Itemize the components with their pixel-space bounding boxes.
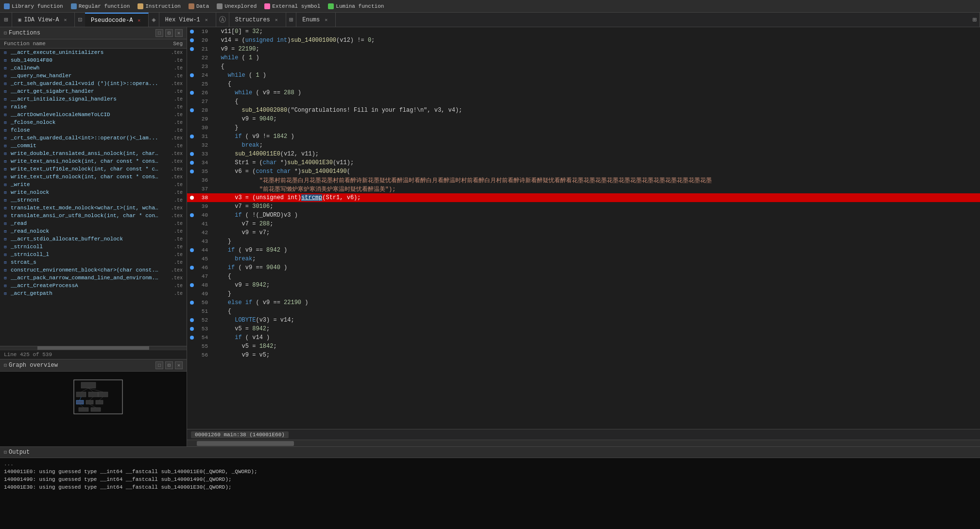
graph-detach-btn[interactable]: ⊡ (165, 361, 173, 369)
code-line[interactable]: 30 } (187, 123, 980, 132)
code-line[interactable]: 56 v9 = v5; (187, 351, 980, 359)
code-hscroll[interactable] (187, 440, 980, 446)
code-line[interactable]: 24 while ( 1 ) (187, 71, 980, 80)
code-text: } (214, 124, 238, 131)
function-item[interactable]: ⊡translate_ansi_or_utf8_nolock(int, char… (0, 212, 187, 220)
left-panel: ⊡ Functions □ ⊡ ✕ Function name Seg ⊡__a… (0, 27, 187, 446)
tab-ida-view[interactable]: ▣ IDA View-A ✕ (12, 13, 75, 27)
code-line[interactable]: 35 v6 = (const char *)sub_140001490( (187, 167, 980, 176)
functions-scrollbar[interactable] (0, 346, 187, 350)
function-item[interactable]: ⊡_crt_seh_guarded_call<int>::operator()<… (0, 134, 187, 142)
functions-close-btn[interactable]: ✕ (175, 29, 183, 37)
code-line[interactable]: 34 Str1 = (char *)sub_140001E30(v11); (187, 158, 980, 167)
code-line[interactable]: 44 if ( v9 == 8942 ) (187, 246, 980, 255)
svg-rect-3 (76, 392, 86, 397)
tab-enums[interactable]: Enums ✕ (296, 13, 336, 27)
function-item[interactable]: ⊡__acrt_execute_uninitializers.tex (0, 49, 187, 56)
function-item[interactable]: ⊡__commit.te (0, 142, 187, 150)
code-line[interactable]: 45 break; (187, 255, 980, 263)
code-line[interactable]: 36 "花墨村前花墨白月花墨花墨村前看醉诗新花墨疑忧看醉温时看醉白月看醉温时村前… (187, 176, 980, 185)
tab-enums-close[interactable]: ✕ (323, 17, 329, 23)
function-item[interactable]: ⊡__acrt_pack_narrow_command_line_and_env… (0, 274, 187, 282)
code-line[interactable]: 47 { (187, 272, 980, 281)
function-item[interactable]: ⊡raise.te (0, 103, 187, 111)
code-line[interactable]: 48 v9 = 8942; (187, 281, 980, 290)
code-line[interactable]: 23 { (187, 62, 980, 71)
function-icon: ⊡ (2, 205, 9, 211)
tab-structures-close[interactable]: ✕ (273, 17, 280, 23)
code-line[interactable]: 28 sub_140002080("Congratulations! Fill … (187, 106, 980, 115)
code-line[interactable]: 38 v3 = (unsigned int)strcmp(Str1, v6); (187, 193, 980, 202)
code-line[interactable]: 27 { (187, 97, 980, 106)
function-seg: .te (160, 120, 185, 125)
function-item[interactable]: ⊡_read.te (0, 220, 187, 227)
graph-maximize-btn[interactable]: □ (155, 361, 163, 369)
function-item[interactable]: ⊡translate_text_mode_nolock<wchar_t>(int… (0, 204, 187, 212)
code-line[interactable]: 53 v5 = 8942; (187, 324, 980, 333)
function-item[interactable]: ⊡__strncnt.te (0, 196, 187, 204)
function-item[interactable]: ⊡__acrtDownlevelLocaleNameToLCID.te (0, 111, 187, 119)
tab-hex-close[interactable]: ✕ (203, 17, 210, 23)
function-item[interactable]: ⊡write_double_translated_ansi_nolock(int… (0, 150, 187, 157)
function-item[interactable]: ⊡_fclose_nolock.te (0, 119, 187, 126)
function-item[interactable]: ⊡_read_nolock.te (0, 227, 187, 235)
code-line[interactable]: 51 { (187, 307, 980, 316)
code-line[interactable]: 21 v9 = 22190; (187, 45, 980, 53)
code-line[interactable]: 50 else if ( v9 == 22190 ) (187, 298, 980, 307)
code-line[interactable]: 20 v14 = (unsigned int)sub_140001000(v12… (187, 36, 980, 45)
code-line[interactable]: 46 if ( v9 == 9040 ) (187, 263, 980, 272)
function-item[interactable]: ⊡_callnewh.te (0, 64, 187, 72)
code-line[interactable]: 54 if ( v14 ) (187, 333, 980, 342)
function-item[interactable]: ⊡fclose.te (0, 126, 187, 134)
code-line[interactable]: 37 "前花墨写懒炉寒炉寒消美炉寒温时疑忧看醉温美"); (187, 185, 980, 193)
tab-structures[interactable]: Structures ✕ (229, 13, 286, 27)
code-scroll[interactable]: 19 v11[0] = 32;20 v14 = (unsigned int)su… (187, 27, 980, 429)
code-text: if ( v9 == 9040 ) (214, 264, 287, 271)
function-name: _fclose_nolock (11, 119, 160, 125)
function-item[interactable]: ⊡write_text_utf16le_nolock(int, char con… (0, 165, 187, 173)
nav-icon[interactable]: ⊞ (0, 13, 12, 27)
tab-pseudocode-close[interactable]: ✕ (136, 17, 142, 24)
code-line[interactable]: 55 v5 = 1842; (187, 342, 980, 351)
code-line[interactable]: 26 while ( v9 == 288 ) (187, 88, 980, 97)
code-line[interactable]: 29 v9 = 9040; (187, 115, 980, 123)
function-item[interactable]: ⊡__query_new_handler.te (0, 72, 187, 80)
function-item[interactable]: ⊡__acrt_stdio_allocate_buffer_nolock.te (0, 235, 187, 243)
code-line[interactable]: 32 break; (187, 141, 980, 150)
graph-close-btn[interactable]: ✕ (175, 361, 183, 369)
function-item[interactable]: ⊡_crt_seh_guarded_call<void (*)(int)>::o… (0, 80, 187, 87)
functions-detach-btn[interactable]: ⊡ (165, 29, 173, 37)
function-item[interactable]: ⊡__acrt_get_sigabrt_handler.te (0, 87, 187, 95)
code-line[interactable]: 22 while ( 1 ) (187, 53, 980, 62)
code-line[interactable]: 40 if ( !(_DWORD)v3 ) (187, 211, 980, 220)
function-item[interactable]: ⊡write_nolock.te (0, 188, 187, 196)
code-line[interactable]: 33 sub_1400011E0(v12, v11); (187, 150, 980, 158)
code-line[interactable]: 19 v11[0] = 32; (187, 27, 980, 36)
code-line[interactable]: 39 v7 = 30106; (187, 202, 980, 211)
function-item[interactable]: ⊡_acrt_getpath.te (0, 290, 187, 297)
function-item[interactable]: ⊡construct_environment_block<char>(char … (0, 266, 187, 274)
tab-ida-close[interactable]: ✕ (62, 17, 69, 23)
code-line[interactable]: 49 } (187, 290, 980, 298)
code-line[interactable]: 41 v7 = 288; (187, 220, 980, 228)
function-item[interactable]: ⊡_strnicoll.te (0, 243, 187, 251)
tab-hex-view[interactable]: Hex View-1 ✕ (159, 13, 216, 27)
function-item[interactable]: ⊡write_text_utf8_nolock(int, char const … (0, 173, 187, 181)
function-item[interactable]: ⊡_strnicoll_l.te (0, 251, 187, 258)
function-item[interactable]: ⊡__acrt_initialize_signal_handlers.te (0, 95, 187, 103)
code-line[interactable]: 42 v9 = v7; (187, 228, 980, 237)
code-line[interactable]: 31 if ( v9 != 1842 ) (187, 132, 980, 141)
line-number: 25 (197, 81, 214, 87)
line-number: 46 (197, 265, 214, 271)
function-item[interactable]: ⊡_write.te (0, 181, 187, 188)
functions-list[interactable]: ⊡__acrt_execute_uninitializers.tex⊡sub_1… (0, 49, 187, 346)
function-item[interactable]: ⊡strcat_s.te (0, 258, 187, 266)
code-line[interactable]: 43 } (187, 237, 980, 246)
functions-maximize-btn[interactable]: □ (155, 29, 163, 37)
code-line[interactable]: 52 LOBYTE(v3) = v14; (187, 316, 980, 324)
function-item[interactable]: ⊡__acrt_CreateProcessA.te (0, 282, 187, 290)
tab-pseudocode[interactable]: Pseudocode-A ✕ (85, 13, 149, 27)
function-item[interactable]: ⊡sub_140014F80.te (0, 56, 187, 64)
code-line[interactable]: 25 { (187, 80, 980, 88)
function-item[interactable]: ⊡write_text_ansi_nolock(int, char const … (0, 157, 187, 165)
